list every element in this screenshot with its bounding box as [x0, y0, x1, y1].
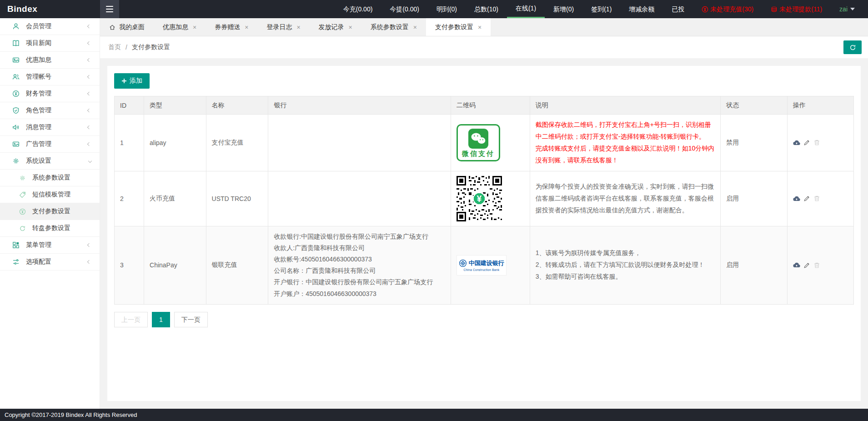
edit-icon[interactable] — [803, 195, 810, 202]
chevron-left-icon — [87, 25, 91, 28]
book-icon — [12, 40, 20, 47]
cell-name: 银联充值 — [206, 226, 268, 304]
chevron-left-icon — [87, 75, 91, 79]
sidebar-item-system-settings[interactable]: 系统设置 — [0, 153, 100, 170]
sidebar-item-messages[interactable]: 消息管理 — [0, 119, 100, 136]
tab-coupon-gift[interactable]: 券券赠送 — [206, 18, 257, 36]
tab-system-params[interactable]: 系统参数设置 — [361, 18, 426, 36]
sidebar-item-menu-management[interactable]: 菜单管理 — [0, 237, 100, 254]
stat-today-recharge[interactable]: 今充(0.00) — [335, 0, 381, 18]
brand-logo[interactable]: Bindex — [0, 0, 100, 18]
col-name: 名称 — [206, 96, 268, 115]
table-row: 1 alipay 支付宝充值 — [115, 115, 854, 171]
pending-recharge-alert[interactable]: 未处理充值(30) — [693, 0, 762, 18]
gear-icon — [18, 175, 26, 181]
chevron-left-icon — [87, 125, 91, 129]
close-icon[interactable] — [413, 24, 417, 30]
col-status: 状态 — [721, 96, 787, 115]
table-row: 2 火币充值 USTD TRC20 — [115, 171, 854, 226]
chevron-left-icon — [87, 142, 91, 146]
page-number-button[interactable]: 1 — [152, 312, 170, 327]
picture-icon — [12, 140, 20, 148]
withdraw-alert-icon — [771, 6, 778, 13]
yen-circle-icon — [18, 208, 26, 215]
close-icon[interactable] — [478, 24, 482, 30]
stat-balance-adjust[interactable]: 增减余额 — [620, 0, 663, 18]
ccb-bank-logo: 中国建设银行 China Construction Bank — [457, 255, 507, 276]
sidebar-item-system-params[interactable]: 系统参数设置 — [0, 170, 100, 186]
tab-promotions[interactable]: 优惠加息 — [154, 18, 206, 36]
sidebar-item-admin-accounts[interactable]: 管理帐号 — [0, 69, 100, 85]
col-type: 类型 — [144, 96, 206, 115]
sidebar-item-sms-templates[interactable]: 短信模板管理 — [0, 186, 100, 203]
breadcrumb: 首页 / 支付参数设置 — [100, 36, 868, 58]
stat-new[interactable]: 新增(0) — [545, 0, 582, 18]
chevron-left-icon — [87, 109, 91, 112]
close-icon[interactable] — [349, 24, 352, 30]
col-bank: 银行 — [268, 96, 451, 115]
cloud-upload-icon[interactable] — [793, 139, 800, 146]
cell-type: alipay — [144, 115, 206, 171]
cloud-upload-icon[interactable] — [793, 195, 800, 202]
shield-check-icon — [12, 107, 20, 114]
qr-center-symbol: ¥ — [477, 194, 482, 204]
tab-grant-records[interactable]: 发放记录 — [310, 18, 361, 36]
pending-recharge-label: 未处理充值(30) — [710, 0, 753, 18]
sidebar-item-members[interactable]: 会员管理 — [0, 18, 100, 35]
chevron-down-icon — [88, 159, 92, 163]
tab-my-desktop[interactable]: 我的桌面 — [100, 18, 154, 36]
breadcrumb-home[interactable]: 首页 — [108, 43, 121, 51]
cell-type: ChinaPay — [144, 226, 206, 304]
col-actions: 操作 — [787, 96, 853, 115]
close-icon[interactable] — [296, 24, 300, 30]
stat-today-withdraw[interactable]: 今提(0.00) — [381, 0, 428, 18]
content-region: 添加 ID 类型 名称 银行 — [100, 58, 868, 409]
sidebar-item-ads[interactable]: 广告管理 — [0, 136, 100, 153]
sidebar-item-payment-params[interactable]: 支付参数设置 — [0, 203, 100, 220]
sidebar: 会员管理 项目新闻 优惠加息 管理帐号 财务管理 角色管理 — [0, 18, 100, 409]
cell-description: 截图保存收款二维码，打开支付宝右上角+号扫一扫，识别相册中二维码付款；或打开支付… — [530, 115, 721, 171]
edit-icon[interactable] — [803, 262, 810, 269]
edit-icon[interactable] — [803, 139, 810, 146]
cloud-upload-icon[interactable] — [793, 261, 800, 269]
stat-online[interactable]: 在线(1) — [507, 0, 545, 18]
payment-params-panel: 添加 ID 类型 名称 银行 — [107, 66, 861, 401]
pending-withdraw-label: 未处理提款(11) — [779, 0, 822, 18]
sidebar-item-promotions[interactable]: 优惠加息 — [0, 52, 100, 69]
stat-tomorrow-due[interactable]: 明到(0) — [428, 0, 466, 18]
stat-invested[interactable]: 已投 — [663, 0, 693, 18]
prev-page-button[interactable]: 上一页 — [114, 312, 148, 327]
tab-login-log[interactable]: 登录日志 — [257, 18, 309, 36]
tab-payment-params[interactable]: 支付参数设置 — [426, 18, 491, 36]
cell-actions — [787, 226, 853, 304]
pending-withdraw-alert[interactable]: 未处理提款(11) — [762, 0, 831, 18]
sidebar-item-wheel-params[interactable]: 转盘参数设置 — [0, 220, 100, 237]
cell-name: USTD TRC20 — [206, 171, 268, 226]
next-page-button[interactable]: 下一页 — [174, 312, 208, 327]
cell-type: 火币充值 — [144, 171, 206, 226]
yen-circle-icon — [12, 90, 20, 97]
delete-icon[interactable] — [813, 262, 820, 269]
breadcrumb-separator: / — [125, 44, 127, 51]
user-menu[interactable]: zai — [831, 0, 863, 18]
hamburger-button[interactable] — [100, 0, 119, 18]
sidebar-item-roles[interactable]: 角色管理 — [0, 102, 100, 119]
wechat-pay-caption: 微信支付 — [458, 150, 499, 158]
delete-icon[interactable] — [813, 139, 820, 146]
stat-total[interactable]: 总数(10) — [466, 0, 507, 18]
cell-id: 3 — [115, 226, 144, 304]
close-icon[interactable] — [245, 24, 248, 30]
sidebar-item-finance[interactable]: 财务管理 — [0, 85, 100, 102]
table-header-row: ID 类型 名称 银行 二维码 说明 状态 操作 — [115, 96, 854, 115]
stat-signin[interactable]: 签到(1) — [582, 0, 620, 18]
cell-qrcode: ¥ — [451, 171, 530, 226]
sidebar-item-options-config[interactable]: 选项配置 — [0, 254, 100, 271]
refresh-button[interactable] — [843, 40, 862, 54]
promo-icon — [12, 56, 20, 64]
add-button[interactable]: 添加 — [114, 73, 150, 89]
chevron-left-icon — [87, 41, 91, 45]
wheel-icon — [18, 225, 26, 232]
close-icon[interactable] — [193, 24, 196, 30]
delete-icon[interactable] — [813, 195, 820, 202]
sidebar-item-news[interactable]: 项目新闻 — [0, 35, 100, 52]
